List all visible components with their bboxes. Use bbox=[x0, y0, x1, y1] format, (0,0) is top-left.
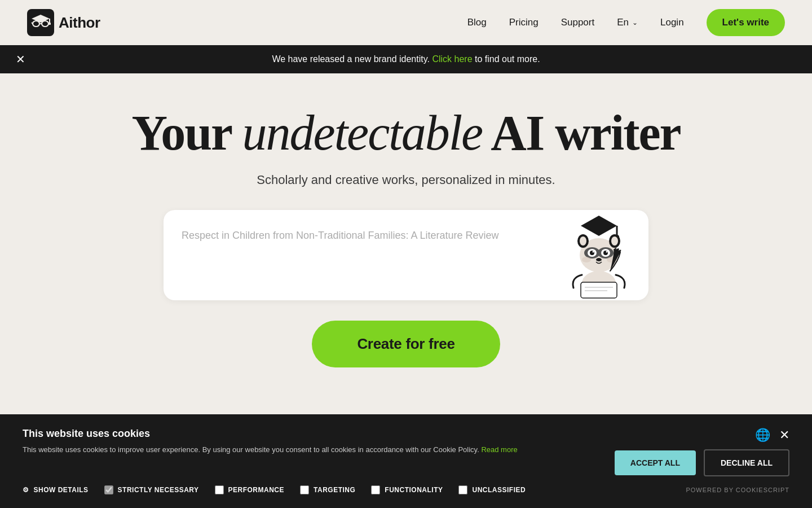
hero-title-after: AI writer bbox=[482, 106, 680, 160]
cookie-desc-text: This website uses cookies to improve use… bbox=[23, 445, 479, 454]
banner-text-after: to find out more. bbox=[473, 54, 540, 64]
logo[interactable]: Aithor bbox=[27, 9, 100, 36]
nav-cta-button[interactable]: Let's write bbox=[707, 9, 785, 36]
logo-icon bbox=[27, 9, 54, 36]
hero-section: Your undetectable AI writer Scholarly an… bbox=[0, 73, 812, 390]
svg-point-24 bbox=[596, 258, 602, 261]
topic-input-placeholder: Respect in Children from Non-Traditional… bbox=[182, 228, 570, 243]
hero-title-before: Your bbox=[131, 106, 242, 160]
svg-marker-8 bbox=[581, 216, 617, 236]
create-free-button[interactable]: Create for free bbox=[312, 321, 500, 367]
hero-title-italic: undetectable bbox=[242, 106, 483, 160]
mascot-illustration bbox=[554, 210, 644, 300]
cookie-content: This website uses cookies This website u… bbox=[23, 428, 592, 456]
cookie-check-performance[interactable]: PERFORMANCE bbox=[215, 485, 285, 494]
strictly-necessary-checkbox[interactable] bbox=[104, 485, 113, 494]
targeting-checkbox[interactable] bbox=[300, 485, 309, 494]
nav-language-selector[interactable]: En ⌄ bbox=[617, 17, 638, 28]
nav-lang-label: En bbox=[617, 17, 629, 28]
gear-icon: ⚙ bbox=[23, 486, 29, 494]
performance-label: PERFORMANCE bbox=[228, 486, 285, 494]
cookie-description: This website uses cookies to improve use… bbox=[23, 444, 592, 456]
svg-line-4 bbox=[32, 23, 33, 24]
banner-link[interactable]: Click here bbox=[432, 54, 472, 64]
svg-rect-28 bbox=[581, 282, 617, 298]
logo-text: Aithor bbox=[59, 14, 100, 32]
nav-link-blog[interactable]: Blog bbox=[467, 17, 487, 28]
svg-point-15 bbox=[611, 237, 618, 246]
cookie-close-button[interactable]: ✕ bbox=[779, 428, 789, 443]
banner-close-button[interactable]: ✕ bbox=[16, 52, 25, 66]
functionality-checkbox[interactable] bbox=[371, 485, 380, 494]
nav-links: Blog Pricing Support En ⌄ Login Let's wr… bbox=[467, 9, 785, 36]
nav-link-pricing[interactable]: Pricing bbox=[509, 17, 539, 28]
cookie-checkboxes: ⚙ SHOW DETAILS STRICTLY NECESSARY PERFOR… bbox=[23, 485, 526, 494]
svg-rect-7 bbox=[48, 23, 51, 25]
unclassified-checkbox[interactable] bbox=[458, 485, 467, 494]
cookiescript-powered: POWERED BY COOKIESCRIPT bbox=[686, 487, 789, 493]
nav-login-link[interactable]: Login bbox=[660, 17, 684, 28]
svg-point-14 bbox=[580, 237, 586, 246]
cookie-accept-all-button[interactable]: ACCEPT ALL bbox=[615, 450, 696, 475]
cookie-check-strictly-necessary[interactable]: STRICTLY NECESSARY bbox=[104, 485, 199, 494]
raccoon-svg bbox=[554, 210, 644, 300]
chevron-down-icon: ⌄ bbox=[632, 19, 638, 27]
topic-input-card[interactable]: Respect in Children from Non-Traditional… bbox=[164, 210, 648, 300]
unclassified-label: UNCLASSIFIED bbox=[472, 486, 526, 494]
announcement-banner: ✕ We have released a new brand identity.… bbox=[0, 45, 812, 73]
navbar: Aithor Blog Pricing Support En ⌄ Login L… bbox=[0, 0, 812, 45]
svg-point-25 bbox=[582, 257, 591, 262]
cookie-check-targeting[interactable]: TARGETING bbox=[300, 485, 355, 494]
cookie-read-more-link[interactable]: Read more bbox=[481, 445, 517, 454]
nav-link-support[interactable]: Support bbox=[561, 17, 595, 28]
hero-title: Your undetectable AI writer bbox=[131, 107, 680, 159]
banner-text-before: We have released a new brand identity. bbox=[272, 54, 432, 64]
cookie-check-unclassified[interactable]: UNCLASSIFIED bbox=[458, 485, 526, 494]
cookie-action-buttons: ACCEPT ALL DECLINE ALL bbox=[615, 449, 789, 476]
banner-text: We have released a new brand identity. C… bbox=[272, 54, 540, 64]
show-details-label: SHOW DETAILS bbox=[34, 486, 89, 494]
cookie-decline-all-button[interactable]: DECLINE ALL bbox=[704, 449, 789, 476]
cookie-title: This website uses cookies bbox=[23, 428, 592, 440]
performance-checkbox[interactable] bbox=[215, 485, 224, 494]
cookie-bottom-row: ⚙ SHOW DETAILS STRICTLY NECESSARY PERFOR… bbox=[23, 485, 789, 494]
functionality-label: FUNCTIONALITY bbox=[385, 486, 443, 494]
globe-icon[interactable]: 🌐 bbox=[755, 428, 770, 443]
svg-point-22 bbox=[593, 251, 594, 253]
strictly-necessary-label: STRICTLY NECESSARY bbox=[118, 486, 199, 494]
cookie-check-functionality[interactable]: FUNCTIONALITY bbox=[371, 485, 443, 494]
show-details-toggle[interactable]: ⚙ SHOW DETAILS bbox=[23, 486, 89, 494]
cookie-banner: This website uses cookies This website u… bbox=[0, 414, 812, 508]
targeting-label: TARGETING bbox=[314, 486, 355, 494]
hero-subtitle: Scholarly and creative works, personaliz… bbox=[257, 173, 555, 187]
svg-point-23 bbox=[606, 251, 608, 253]
